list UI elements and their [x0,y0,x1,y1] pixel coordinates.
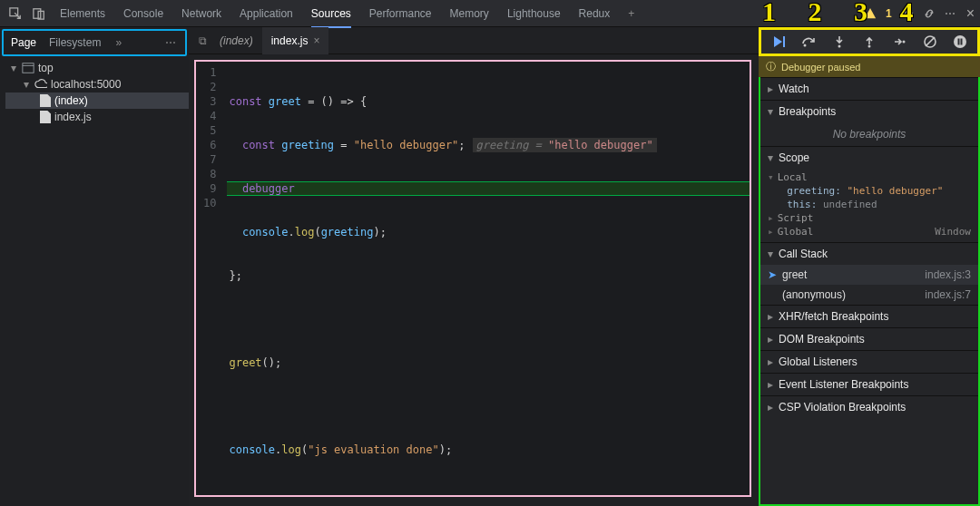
debugger-toolbar [759,27,980,56]
debugger-paused-banner: ⓘ Debugger paused [759,56,980,77]
navigator-tabs: Page Filesystem » ⋯ [2,29,187,56]
step-over-button[interactable] [799,33,818,51]
section-label: DOM Breakpoints [779,333,865,345]
step-button[interactable] [890,33,908,51]
nav-tab-page[interactable]: Page [11,36,36,49]
section-csp-bp[interactable]: ▸CSP Violation Breakpoints [760,396,978,418]
scope-body: ▾Local greeting: "hello debugger" this: … [760,169,978,242]
section-dom-bp[interactable]: ▸DOM Breakpoints [760,328,978,350]
tree-host[interactable]: ▾ localhost:5000 [5,76,189,92]
step-out-button[interactable] [860,33,878,51]
debugger-paused-label: Debugger paused [781,62,860,73]
nav-dots-icon[interactable]: ⋯ [165,36,178,49]
code-body[interactable]: const greet = () => { const greeting = "… [221,62,750,495]
editor-panel: ⧉ (index) index.js × 12345678910 const g… [189,27,759,506]
section-watch[interactable]: ▸Watch [760,78,978,100]
tab-redux[interactable]: Redux [579,7,611,20]
tab-performance[interactable]: Performance [369,7,432,20]
step-into-button[interactable] [830,33,848,51]
scope-script[interactable]: ▸Script [760,211,978,225]
section-label: Breakpoints [779,105,836,118]
tab-memory[interactable]: Memory [450,7,489,20]
close-tab-icon[interactable]: × [313,34,319,47]
document-icon [40,111,51,123]
device-toggle-icon[interactable] [29,4,49,24]
section-breakpoints[interactable]: ▾Breakpoints [760,101,978,122]
svg-point-13 [954,35,966,48]
tab-sources[interactable]: Sources [311,7,351,20]
scope-var-this[interactable]: this: undefined [760,198,978,211]
debugger-panel: ⓘ Debugger paused ▸Watch ▾Breakpoints No… [759,27,980,506]
tab-lighthouse[interactable]: Lighthouse [507,7,561,20]
svg-rect-14 [958,39,960,45]
add-tab-button[interactable]: + [628,7,634,20]
cloud-icon [34,78,47,91]
file-tabs: ⧉ (index) index.js × [189,27,759,54]
file-tab-indexjs[interactable]: index.js × [262,27,329,54]
svg-point-10 [903,41,906,44]
section-label: Scope [779,151,809,164]
svg-point-3 [905,11,909,15]
file-tab-label: index.js [271,34,309,47]
document-icon [40,94,51,107]
section-scope[interactable]: ▾Scope [760,147,978,169]
info-icon: ⓘ [766,60,776,73]
warning-count[interactable]: 1 [886,7,892,20]
scope-global[interactable]: ▸GlobalWindow [760,225,978,238]
no-breakpoints-label: No breakpoints [760,122,978,146]
section-label: Watch [779,83,809,95]
stack-frame-0[interactable]: ➤greetindex.js:3 [760,265,978,285]
inspect-icon[interactable] [5,4,25,24]
svg-point-9 [867,45,870,48]
resume-button[interactable] [769,33,788,51]
tree-index[interactable]: (index) [5,92,189,109]
tree-top[interactable]: ▾ top [5,60,189,76]
tab-application[interactable]: Application [240,7,293,20]
tree-file-label: index.js [54,111,92,123]
svg-rect-1 [34,8,41,18]
gear-icon[interactable] [901,7,914,20]
nav-more-icon[interactable]: » [115,36,122,49]
current-frame-icon: ➤ [768,268,777,281]
close-icon[interactable]: × [966,5,975,22]
tree-file[interactable]: index.js [5,109,189,125]
code-editor[interactable]: 12345678910 const greet = () => { const … [194,60,751,497]
tab-history-icon[interactable]: ⧉ [194,33,211,49]
tab-elements[interactable]: Elements [60,7,105,20]
panel-tabs: Elements Console Network Application Sou… [60,7,864,20]
section-label: Call Stack [779,248,828,260]
link-icon[interactable] [923,7,936,20]
tab-console[interactable]: Console [123,7,163,20]
file-tree: ▾ top ▾ localhost:5000 (index) index.js [0,56,189,125]
file-tab-index[interactable]: (index) [211,27,262,54]
window-icon [22,62,34,74]
pause-on-exceptions-button[interactable] [951,33,969,51]
svg-rect-15 [961,39,963,45]
stack-name: (anonymous) [782,288,846,301]
debugger-sections: ▸Watch ▾Breakpoints No breakpoints ▾Scop… [759,77,980,506]
more-menu-icon[interactable]: ⋯ [945,7,957,20]
deactivate-breakpoints-button[interactable] [921,33,939,51]
scope-var-greeting[interactable]: greeting: "hello debugger" [760,184,978,198]
file-tab-label: (index) [220,34,253,47]
devtools-top-bar: Elements Console Network Application Sou… [0,0,980,27]
navigator-panel: Page Filesystem » ⋯ ▾ top ▾ localhost:50… [0,27,189,506]
tab-network[interactable]: Network [181,7,221,20]
tree-index-label: (index) [54,94,88,107]
stack-frame-1[interactable]: (anonymous)index.js:7 [760,285,978,305]
scope-local[interactable]: ▾Local [760,170,978,184]
section-callstack[interactable]: ▾Call Stack [760,243,978,265]
svg-point-7 [804,44,807,47]
svg-point-8 [838,45,840,48]
nav-tab-filesystem[interactable]: Filesystem [49,36,101,49]
svg-rect-4 [23,63,34,73]
section-label: XHR/fetch Breakpoints [779,310,888,323]
section-xhr[interactable]: ▸XHR/fetch Breakpoints [760,306,978,327]
section-global-listeners[interactable]: ▸Global Listeners [760,351,978,373]
svg-rect-6 [783,36,785,47]
section-event-listener-bp[interactable]: ▸Event Listener Breakpoints [760,374,978,395]
section-label: CSP Violation Breakpoints [779,401,906,414]
top-right-controls: 1 ⋯ × [864,5,975,22]
stack-name: greet [782,268,807,281]
svg-line-12 [926,37,935,46]
